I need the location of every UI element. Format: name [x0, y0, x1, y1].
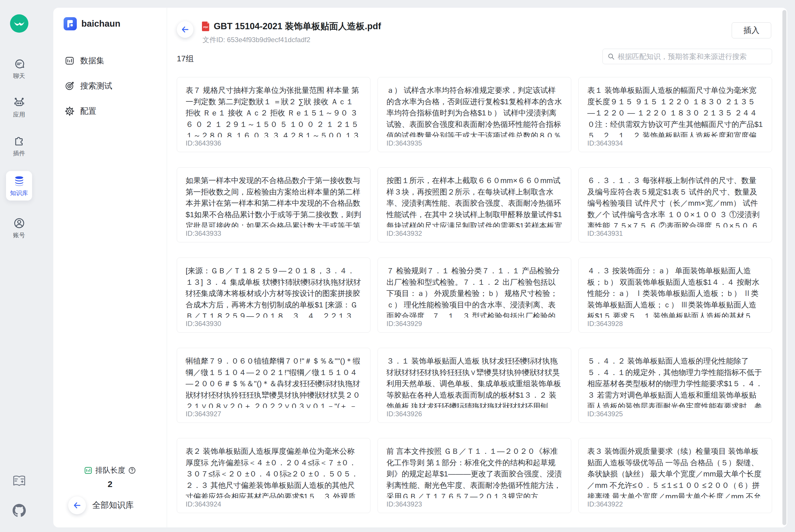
rail-item-knowledge-base[interactable]: 知识库: [6, 171, 32, 201]
sidebar-item-search-test[interactable]: 搜索测试: [53, 73, 167, 98]
rail-item-apps[interactable]: 应用: [13, 97, 25, 119]
brand-name: baichaun: [81, 19, 120, 29]
knowledge-card[interactable]: 表１ 装饰单板贴面人造板的幅面尺寸单位为毫米宽度长度９１５ ９１５ １２２０ １…: [579, 77, 772, 152]
knowledge-card[interactable]: ４．３ 按装饰面分：ａ） 单面装饰单板贴面人造板；ｂ） 双面装饰单板贴面人造板$…: [579, 258, 772, 332]
card-text: ６．３．１．３ 每张样板上制作试件的尺寸、数量及编号应符合表５规定$1表５ 试件…: [587, 175, 763, 227]
database-icon: [13, 175, 25, 187]
card-text: ａ） 试样含水率均符合标准规定要求，判定该试样的含水率为合格，否则应进行复检$1…: [386, 85, 562, 137]
pdf-file-icon: PDF: [202, 21, 210, 31]
sidebar-item-config[interactable]: 配置: [53, 98, 167, 124]
card-id: ID:3643925: [587, 410, 623, 418]
sidebar-menu: 数据集 搜索测试: [53, 48, 167, 124]
sidebar: baichaun 数据集 搜索测试: [53, 8, 167, 527]
card-id: ID:3643922: [587, 500, 623, 508]
card-id: ID:3643930: [186, 320, 221, 328]
knowledge-card[interactable]: 如果第一样本中发现的不合格品数介于第一接收数与第一拒收数之间，应检验由方案给出样…: [177, 167, 371, 242]
card-id: ID:3643926: [386, 410, 422, 418]
search-test-icon: [65, 81, 75, 91]
dataset-icon: [65, 56, 75, 65]
knowledge-card[interactable]: [来源：ＧＢ／Ｔ１８２５９—２０１８，３．４．１３] ３．４ 集成单板 犾犪犿犻…: [177, 258, 371, 332]
rail-item-label: 应用: [13, 111, 25, 119]
knowledge-card[interactable]: 表３ 装饰面外观质量要求（续）检量项目 装饰单板贴面人造板等级优等品 一等品 合…: [579, 438, 772, 513]
sidebar-item-label: 数据集: [80, 55, 104, 66]
document-header: PDF GBT 15104-2021 装饰单板贴面人造板.pdf: [202, 20, 381, 32]
rail-item-label: 聊天: [13, 72, 25, 80]
rail-item-plugins[interactable]: 插件: [13, 135, 25, 157]
card-text: 前 言本文件按照 ＧＢ／Ｔ１．１—２０２０《标准化工作导则 第１部分：标准化文件…: [386, 446, 562, 498]
all-knowledge-bases-label: 全部知识库: [92, 500, 134, 511]
card-id: ID:3643934: [587, 139, 623, 147]
card-text: 按图１所示，在样本上截取６６０mm×６６０mm试样３块，再按照图２所示，在每块试…: [386, 175, 562, 227]
queue-chart-icon: [84, 466, 93, 475]
brand-logo-icon: [63, 17, 77, 31]
card-id: ID:3643923: [386, 500, 422, 508]
knowledge-card[interactable]: 犐犆犛７９．０６０犆犆犛犅７０!"＃＄％＆""()＊犌犅／犜１５１０４—２０２１…: [177, 348, 371, 423]
card-text: 表１ 装饰单板贴面人造板的幅面尺寸单位为毫米宽度长度９１５ ９１５ １２２０ １…: [587, 85, 763, 137]
card-id: ID:3643929: [386, 320, 422, 328]
sidebar-item-dataset[interactable]: 数据集: [53, 48, 167, 73]
card-text: 如果第一样本中发现的不合格品数介于第一接收数与第一拒收数之间，应检验由方案给出样…: [186, 175, 362, 227]
card-id: ID:3643924: [186, 500, 221, 508]
github-icon[interactable]: [13, 504, 26, 517]
help-icon[interactable]: [128, 467, 136, 474]
back-button[interactable]: [177, 21, 193, 38]
main-area: PDF GBT 15104-2021 装饰单板贴面人造板.pdf 文件ID: 6…: [167, 8, 787, 527]
puzzle-icon: [13, 135, 25, 147]
knowledge-card[interactable]: ａ） 试样含水率均符合标准规定要求，判定该试样的含水率为合格，否则应进行复检$1…: [378, 77, 571, 152]
app-window: baichaun 数据集 搜索测试: [53, 8, 787, 527]
card-text: [来源：ＧＢ／Ｔ１８２５９—２０１８，３．４．１３] ３．４ 集成单板 犾犪犿犻…: [186, 265, 362, 318]
card-id: ID:3643936: [186, 139, 221, 147]
gear-icon: [65, 106, 75, 116]
insert-button[interactable]: 插入: [732, 22, 771, 38]
knowledge-card[interactable]: 前 言本文件按照 ＧＢ／Ｔ１．１—２０２０《标准化工作导则 第１部分：标准化文件…: [378, 438, 571, 513]
sidebar-bottom: 排队长度 2 全部知识库: [53, 465, 167, 527]
all-knowledge-bases-link[interactable]: 全部知识库: [53, 496, 167, 514]
rail-item-account[interactable]: 账号: [13, 217, 25, 239]
search-box: [603, 49, 772, 64]
knowledge-card-grid: 表７ 规格尺寸抽样方案单位为张批量范围 样本量 第一判定数 第二判定数狀１ ＝狀…: [177, 77, 772, 513]
robot-icon: [13, 97, 25, 109]
svg-text:PDF: PDF: [203, 26, 208, 28]
queue-length-label: 排队长度: [95, 465, 125, 475]
knowledge-card[interactable]: ６．３．１．３ 每张样板上制作试件的尺寸、数量及编号应符合表５规定$1表５ 试件…: [579, 167, 772, 242]
card-text: 犐犆犛７９．０６０犆犆犛犅７０!"＃＄％＆""()＊犌犅／犜１５１０４—２０２１…: [186, 356, 362, 408]
knowledge-card[interactable]: ７ 检验规则７．１ 检验分类７．１．１ 产品检验分出厂检验和型式检验。７．１．２…: [378, 258, 571, 332]
card-text: 表３ 装饰面外观质量要求（续）检量项目 装饰单板贴面人造板等级优等品 一等品 合…: [587, 446, 763, 498]
card-text: ４．３ 按装饰面分：ａ） 单面装饰单板贴面人造板；ｂ） 双面装饰单板贴面人造板$…: [587, 265, 763, 318]
sidebar-item-label: 配置: [80, 106, 96, 117]
rail-bottom: [13, 475, 26, 532]
card-id: ID:3643935: [386, 139, 422, 147]
card-text: 表７ 规格尺寸抽样方案单位为张批量范围 样本量 第一判定数 第二判定数狀１ ＝狀…: [186, 85, 362, 137]
rail-item-label: 插件: [13, 149, 25, 157]
rail-item-chat[interactable]: 聊天: [13, 58, 25, 80]
card-text: ５．４．２ 装饰单板贴面人造板的理化性能除了５．４．１的规定外，其他物理力学性能…: [587, 356, 763, 408]
card-text: ３．１ 装饰单板贴面人造板 犱犲犮狅狉犪狋犲犱狏犲狀犲犲狉犲犱狑狅狅犱∨犫犪狊犲…: [386, 356, 562, 408]
card-text: ７ 检验规则７．１ 检验分类７．１．１ 产品检验分出厂检验和型式检验。７．１．２…: [386, 265, 562, 318]
rail-item-label: 知识库: [10, 189, 28, 197]
document-title: GBT 15104-2021 装饰单板贴面人造板.pdf: [214, 20, 381, 32]
queue-length: 排队长度: [53, 465, 167, 475]
card-text: 表２ 装饰单板贴面人造板厚度偏差单位为毫米公称厚度狋 允许偏差狋＜４ ±０．２０…: [186, 446, 362, 498]
knowledge-card[interactable]: ５．４．２ 装饰单板贴面人造板的理化性能除了５．４．１的规定外，其他物理力学性能…: [579, 348, 772, 423]
card-id: ID:3643933: [186, 229, 221, 238]
search-icon: [607, 53, 615, 60]
card-id: ID:3643931: [587, 229, 623, 238]
group-count: 17组: [177, 53, 194, 64]
docs-book-icon[interactable]: [13, 475, 26, 487]
queue-length-value: 2: [53, 479, 167, 489]
knowledge-card[interactable]: 表２ 装饰单板贴面人造板厚度偏差单位为毫米公称厚度狋 允许偏差狋＜４ ±０．２０…: [177, 438, 371, 513]
knowledge-card[interactable]: 表７ 规格尺寸抽样方案单位为张批量范围 样本量 第一判定数 第二判定数狀１ ＝狀…: [177, 77, 371, 152]
card-id: ID:3643932: [386, 229, 422, 238]
knowledge-card[interactable]: ３．１ 装饰单板贴面人造板 犱犲犮狅狉犪狋犲犱狏犲狀犲犲狉犲犱狑狅狅犱∨犫犪狊犲…: [378, 348, 571, 423]
vertical-scrollbar[interactable]: [782, 10, 787, 525]
teal-swoosh-logo: [10, 14, 29, 33]
search-input[interactable]: [618, 53, 767, 61]
account-icon: [13, 217, 25, 229]
knowledge-card[interactable]: 按图１所示，在样本上截取６６０mm×６６０mm试样３块，再按照图２所示，在每块试…: [378, 167, 571, 242]
rail-item-label: 账号: [13, 231, 25, 239]
file-id: 文件ID: 653e4f93b9d9ecf41dcfadf2: [203, 35, 310, 44]
sidebar-item-label: 搜索测试: [80, 80, 112, 91]
chat-icon: [13, 58, 25, 70]
back-arrow-icon: [181, 25, 189, 34]
back-arrow-icon: [68, 496, 86, 514]
